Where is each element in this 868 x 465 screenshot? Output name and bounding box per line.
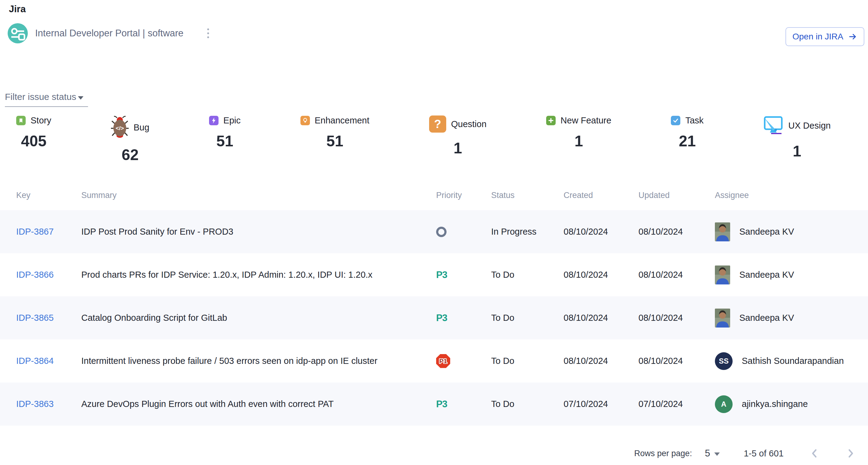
jira-project-icon [8, 23, 28, 43]
bug-icon: </> [111, 115, 129, 139]
next-page-button[interactable] [845, 448, 856, 459]
issue-summary: Intermittent liveness probe failure / 50… [81, 356, 436, 366]
priority-none-icon [436, 227, 446, 237]
issue-updated-date: 08/10/2024 [639, 356, 715, 366]
issue-updated-date: 07/10/2024 [639, 399, 715, 409]
issue-key-link[interactable]: IDP-3865 [16, 313, 54, 323]
filter-underline [5, 106, 88, 107]
assignee-avatar-initials: A [715, 395, 733, 413]
open-in-jira-label: Open in JIRA [793, 32, 843, 41]
chevron-left-icon [809, 448, 820, 459]
table-row: IDP-3865 Catalog Onboarding Script for G… [0, 296, 868, 339]
table-row: IDP-3863 Azure DevOps Plugin Errors out … [0, 383, 868, 426]
issue-created-date: 08/10/2024 [564, 313, 639, 323]
stat-ux-design[interactable]: UX Design 1 [763, 115, 831, 160]
bug-count: 62 [122, 146, 139, 164]
issue-created-date: 07/10/2024 [564, 399, 639, 409]
rows-per-page-select[interactable]: 5 [705, 448, 720, 459]
column-header-summary: Summary [81, 191, 436, 200]
table-row: IDP-3864 Intermittent liveness probe fai… [0, 339, 868, 383]
issue-summary: Catalog Onboarding Script for GitLab [81, 313, 436, 323]
page-title: Jira [9, 4, 26, 15]
rows-per-page-label: Rows per page: [634, 449, 692, 458]
stat-bug[interactable]: </> Bug 62 [111, 115, 150, 164]
new-feature-plus-icon [546, 116, 556, 125]
svg-text:</>: </> [116, 125, 124, 131]
stat-epic[interactable]: Epic 51 [209, 115, 241, 150]
issue-status: To Do [491, 356, 564, 366]
assignee-avatar-photo [715, 223, 730, 241]
column-header-updated: Updated [639, 191, 715, 200]
epic-bolt-icon [209, 116, 219, 125]
assignee-avatar-photo [715, 308, 730, 328]
arrow-right-icon [848, 32, 857, 41]
issue-key-link[interactable]: IDP-3867 [16, 227, 54, 236]
assignee-avatar-initials: SS [715, 352, 733, 370]
epic-count: 51 [216, 132, 234, 150]
kebab-menu-icon[interactable] [206, 27, 211, 40]
issue-summary: Azure DevOps Plugin Errors out with Auth… [81, 399, 436, 409]
chevron-right-icon [845, 448, 856, 459]
issue-key-link[interactable]: IDP-3866 [16, 270, 54, 279]
issue-created-date: 08/10/2024 [564, 270, 639, 280]
assignee-avatar-photo [715, 265, 730, 285]
priority-p3-badge: P3 [436, 269, 447, 280]
assignee-name: Sandeepa KV [739, 270, 794, 280]
issue-created-date: 08/10/2024 [564, 356, 639, 366]
enhancement-bulb-icon [301, 116, 310, 125]
new-feature-count: 1 [575, 132, 583, 150]
priority-p1-badge: P1 [436, 354, 450, 368]
table-body: IDP-3867 IDP Post Prod Sanity for Env - … [0, 210, 868, 426]
table-row: IDP-3866 Prod charts PRs for IDP Service… [0, 253, 868, 296]
pagination-range: 1-5 of 601 [744, 449, 784, 459]
column-header-status: Status [491, 191, 564, 200]
assignee-name: Sathish Soundarapandian [742, 356, 844, 366]
issue-type-stats: Story 405 </> Bug 62 Epic [16, 115, 831, 164]
issues-table: Key Summary Priority Status Created Upda… [0, 180, 868, 426]
issue-status: In Progress [491, 227, 564, 237]
stat-new-feature[interactable]: New Feature 1 [546, 115, 611, 150]
stat-enhancement[interactable]: Enhancement 51 [301, 115, 370, 150]
open-in-jira-button[interactable]: Open in JIRA [785, 27, 864, 46]
priority-p3-badge: P3 [436, 312, 447, 324]
issue-created-date: 08/10/2024 [564, 227, 639, 237]
priority-p3-badge: P3 [436, 399, 447, 410]
issue-status: To Do [491, 270, 564, 280]
filter-issue-status-dropdown[interactable]: Filter issue status [5, 92, 88, 107]
table-header: Key Summary Priority Status Created Upda… [0, 180, 868, 210]
chevron-down-icon [78, 96, 84, 100]
column-header-created: Created [564, 191, 639, 200]
chevron-down-icon [714, 453, 720, 456]
stat-question[interactable]: ? Question 1 [429, 115, 487, 157]
story-count: 405 [21, 132, 46, 150]
task-check-icon [671, 116, 680, 125]
issue-key-link[interactable]: IDP-3863 [16, 399, 54, 409]
story-bookmark-icon [16, 116, 26, 125]
previous-page-button[interactable] [809, 448, 820, 459]
enhancement-count: 51 [327, 132, 344, 150]
issue-status: To Do [491, 313, 564, 323]
issue-key-link[interactable]: IDP-3864 [16, 356, 54, 366]
issue-updated-date: 08/10/2024 [639, 270, 715, 280]
issue-status: To Do [491, 399, 564, 409]
issue-summary: IDP Post Prod Sanity for Env - PROD3 [81, 227, 436, 237]
task-count: 21 [679, 132, 696, 150]
ux-design-monitor-icon [763, 115, 783, 136]
issue-summary: Prod charts PRs for IDP Service: 1.20.x,… [81, 270, 436, 280]
assignee-name: Sandeepa KV [739, 227, 794, 237]
question-mark-icon: ? [429, 115, 446, 133]
column-header-assignee: Assignee [715, 191, 868, 200]
issue-updated-date: 08/10/2024 [639, 227, 715, 237]
stat-story[interactable]: Story 405 [16, 115, 51, 150]
ux-design-count: 1 [793, 142, 801, 160]
stat-task[interactable]: Task 21 [671, 115, 704, 150]
table-row: IDP-3867 IDP Post Prod Sanity for Env - … [0, 210, 868, 253]
pagination-bar: Rows per page: 5 1-5 of 601 [634, 443, 856, 463]
project-name: Internal Developer Portal | software [35, 28, 183, 39]
assignee-name: Sandeepa KV [739, 313, 794, 323]
question-count: 1 [454, 139, 462, 157]
assignee-name: ajinkya.shingane [742, 399, 808, 409]
column-header-key: Key [16, 191, 81, 200]
rows-per-page-value: 5 [705, 448, 710, 459]
issue-updated-date: 08/10/2024 [639, 313, 715, 323]
